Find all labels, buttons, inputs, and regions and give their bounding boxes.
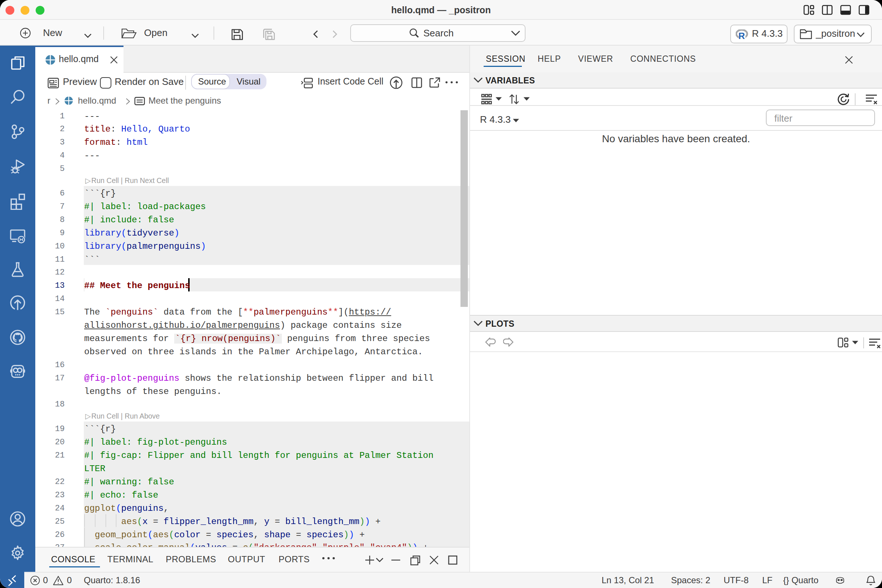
svg-text:R: R — [738, 31, 745, 39]
